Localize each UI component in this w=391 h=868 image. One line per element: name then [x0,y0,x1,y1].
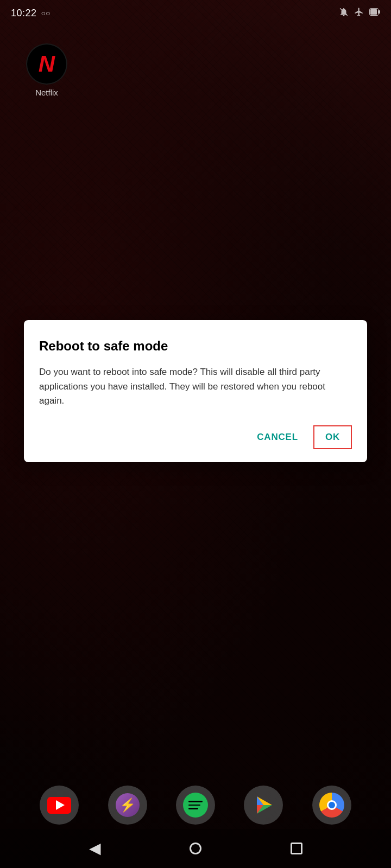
messenger-icon-inner: ⚡ [116,793,140,817]
reboot-safe-mode-dialog: Reboot to safe mode Do you want to reboo… [24,320,367,462]
status-bar: 10:22 ○○ [0,0,391,26]
svg-rect-2 [379,10,380,14]
netflix-app-icon[interactable]: N Netflix [26,43,67,97]
spotify-dock-icon[interactable] [176,786,215,825]
chrome-icon-inner [319,793,344,818]
youtube-play-triangle [56,800,65,810]
notification-muted-icon [339,7,349,19]
spotify-lines [188,801,203,809]
status-right [339,7,380,19]
google-play-icon-inner [251,793,275,817]
dialog-message: Do you want to reboot into safe mode? Th… [39,365,352,408]
navigation-bar: ◀ [0,829,391,868]
google-play-svg [251,793,275,817]
chrome-dock-icon[interactable] [312,786,351,825]
spotify-line-3 [188,808,198,809]
dialog-title: Reboot to safe mode [39,337,352,354]
recents-button[interactable] [291,843,302,854]
airplane-mode-icon [354,7,364,19]
netflix-n-logo: N [39,53,55,75]
dialog-buttons: CANCEL OK [39,425,352,449]
cancel-button[interactable]: CANCEL [246,425,309,449]
voicemail-icon: ○○ [41,9,51,17]
messenger-bolt-icon: ⚡ [119,799,136,812]
bottom-dock: ⚡ [0,786,391,825]
messenger-dock-icon[interactable]: ⚡ [108,786,147,825]
status-left: 10:22 ○○ [11,8,50,19]
google-play-dock-icon[interactable] [244,786,283,825]
ok-button[interactable]: OK [313,425,352,449]
svg-rect-3 [370,9,377,15]
status-time: 10:22 [11,8,37,19]
netflix-circle: N [26,43,67,85]
spotify-line-2 [188,805,200,806]
spotify-icon-inner [183,793,208,818]
back-button[interactable]: ◀ [89,841,101,856]
youtube-dock-icon[interactable] [40,786,79,825]
chrome-center-dot [327,800,337,810]
spotify-line-1 [188,801,203,802]
youtube-icon-inner [47,797,71,814]
netflix-label: Netflix [35,88,58,97]
battery-icon [369,8,380,18]
home-button[interactable] [190,843,201,854]
